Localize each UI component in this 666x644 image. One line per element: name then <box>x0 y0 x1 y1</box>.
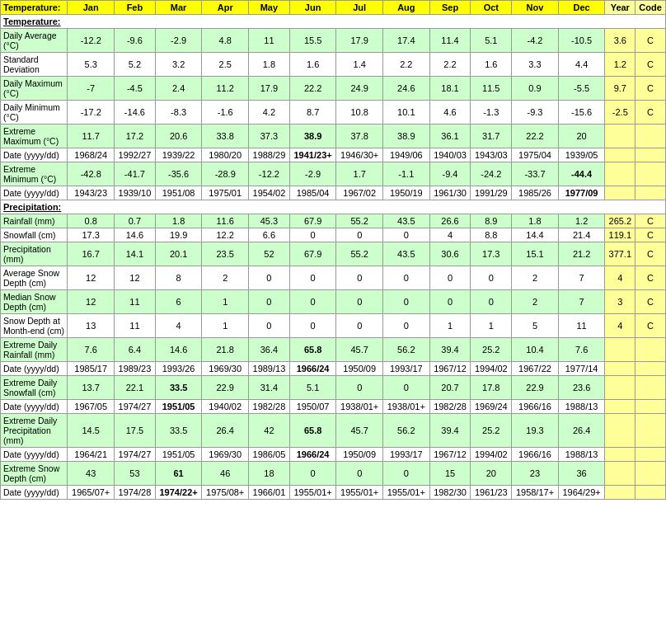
row-label: Extreme Minimum (°C) <box>1 162 68 186</box>
data-cell: -1.6 <box>202 101 249 125</box>
data-cell: 55.2 <box>336 214 383 228</box>
data-cell: C <box>636 314 666 338</box>
table-row: Precipitation (mm)16.714.120.123.55267.9… <box>1 242 666 266</box>
data-cell: 1969/24 <box>471 400 512 414</box>
data-cell: 1950/07 <box>289 400 336 414</box>
data-cell: 0 <box>383 462 430 486</box>
row-label: Precipitation (mm) <box>1 242 68 266</box>
data-cell: 13.7 <box>68 376 115 400</box>
data-cell: 5.2 <box>115 53 156 77</box>
data-cell: 9.7 <box>605 77 636 101</box>
data-cell: -7 <box>68 77 115 101</box>
data-cell: 20.7 <box>429 376 471 400</box>
section-header-cell: Temperature: <box>1 15 666 29</box>
data-cell: 16.7 <box>68 242 115 266</box>
data-cell <box>605 148 636 162</box>
data-cell: C <box>636 266 666 290</box>
data-cell: 1967/02 <box>336 186 383 200</box>
data-cell: 6 <box>155 290 202 314</box>
data-cell: -9.3 <box>512 101 559 125</box>
col-year: Year <box>605 1 636 15</box>
data-cell: C <box>636 228 666 242</box>
data-cell: 0 <box>336 376 383 400</box>
data-cell: 1939/22 <box>155 148 202 162</box>
table-row: Extreme Daily Precipitation (mm)14.517.5… <box>1 414 666 448</box>
data-cell: 1974/28 <box>115 486 156 500</box>
data-cell: 20.1 <box>155 242 202 266</box>
table-row: Median Snow Depth (cm)121161000000273C <box>1 290 666 314</box>
row-label: Date (yyyy/dd) <box>1 448 68 462</box>
row-label: Date (yyyy/dd) <box>1 362 68 376</box>
data-cell: 1993/26 <box>155 362 202 376</box>
data-cell: 1961/23 <box>471 486 512 500</box>
data-cell: 1967/22 <box>512 362 559 376</box>
data-cell: 1950/19 <box>383 186 430 200</box>
data-cell: 37.3 <box>249 125 290 148</box>
data-cell: 265.2 <box>605 214 636 228</box>
data-cell: 45.7 <box>336 338 383 362</box>
data-cell: 1974/27 <box>115 400 156 414</box>
data-cell: -2.9 <box>289 162 336 186</box>
section-header-cell: Precipitation: <box>1 200 666 214</box>
data-cell: 0.7 <box>115 214 156 228</box>
data-cell <box>636 462 666 486</box>
data-cell: 21.8 <box>202 338 249 362</box>
data-cell: 1946/30+ <box>336 148 383 162</box>
data-cell: 8.8 <box>471 228 512 242</box>
data-cell: 5.1 <box>471 29 512 53</box>
data-cell: 3 <box>605 290 636 314</box>
col-jan: Jan <box>68 1 115 15</box>
data-cell: 0 <box>383 290 430 314</box>
data-cell: -41.7 <box>115 162 156 186</box>
data-cell: -8.3 <box>155 101 202 125</box>
data-cell: 12 <box>68 290 115 314</box>
col-aug: Aug <box>383 1 430 15</box>
col-feb: Feb <box>115 1 156 15</box>
data-cell: 0 <box>289 228 336 242</box>
data-cell: 56.2 <box>383 338 430 362</box>
table-row: Extreme Maximum (°C)11.717.220.633.837.3… <box>1 125 666 148</box>
data-cell: -17.2 <box>68 101 115 125</box>
data-cell: 11 <box>558 314 605 338</box>
data-cell: -15.6 <box>558 101 605 125</box>
data-cell: 0 <box>289 290 336 314</box>
data-cell: 4.8 <box>202 29 249 53</box>
row-label: Average Snow Depth (cm) <box>1 266 68 290</box>
data-cell: 1985/17 <box>68 362 115 376</box>
table-row: Snowfall (cm)17.314.619.912.26.600048.81… <box>1 228 666 242</box>
data-cell: 0 <box>336 290 383 314</box>
table-row: Date (yyyy/dd)1967/051974/271951/051940/… <box>1 400 666 414</box>
data-cell: 1 <box>471 314 512 338</box>
data-cell: 17.4 <box>383 29 430 53</box>
data-cell: 0.9 <box>512 77 559 101</box>
data-cell: 4 <box>605 314 636 338</box>
data-cell: 2 <box>202 266 249 290</box>
data-cell <box>636 148 666 162</box>
data-cell: 1.2 <box>558 214 605 228</box>
data-cell: C <box>636 242 666 266</box>
data-cell: 21.4 <box>558 228 605 242</box>
data-cell: 4.4 <box>558 53 605 77</box>
data-cell: 1988/13 <box>558 448 605 462</box>
temperature-header-label: Temperature: <box>1 1 68 15</box>
data-cell: 1.8 <box>512 214 559 228</box>
data-cell: 6.6 <box>249 228 290 242</box>
data-cell: 1993/17 <box>383 362 430 376</box>
data-cell: 22.1 <box>115 376 156 400</box>
data-cell: -28.9 <box>202 162 249 186</box>
row-label: Date (yyyy/dd) <box>1 400 68 414</box>
data-cell <box>605 376 636 400</box>
data-cell: 5 <box>512 314 559 338</box>
data-cell: 1988/13 <box>558 400 605 414</box>
data-cell: 53 <box>115 462 156 486</box>
data-cell: 1 <box>202 290 249 314</box>
data-cell: 1938/01+ <box>383 400 430 414</box>
table-row: Temperature: <box>1 15 666 29</box>
data-cell: 11.5 <box>471 77 512 101</box>
table-row: Precipitation: <box>1 200 666 214</box>
table-row: Date (yyyy/dd)1968/241992/271939/221980/… <box>1 148 666 162</box>
data-cell: 1966/16 <box>512 400 559 414</box>
data-cell: 1977/14 <box>558 362 605 376</box>
data-cell: 0 <box>336 314 383 338</box>
data-cell: 1975/01 <box>202 186 249 200</box>
